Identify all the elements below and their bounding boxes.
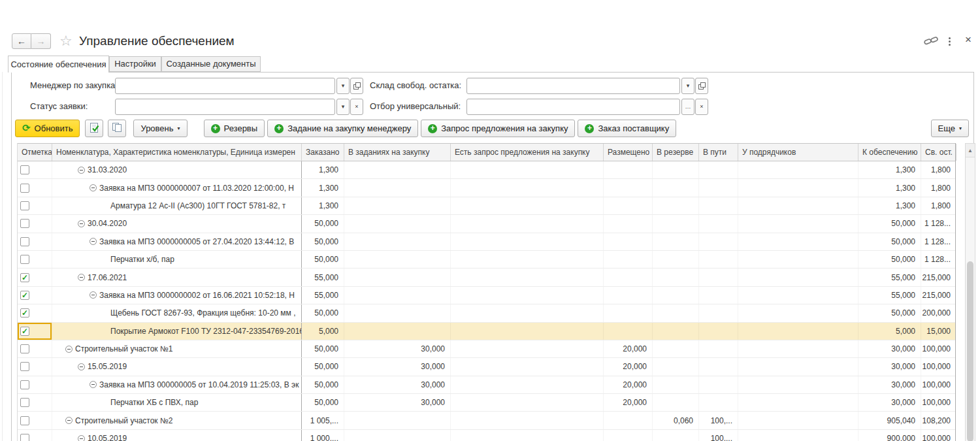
- warehouse-open-icon[interactable]: [695, 78, 708, 94]
- cell-tasks[interactable]: [344, 161, 451, 178]
- row-checkbox[interactable]: [20, 416, 29, 425]
- column-header-10[interactable]: Св. ост.: [921, 144, 956, 161]
- kebab-menu-icon[interactable]: [949, 37, 951, 46]
- column-header-0[interactable]: Отметка: [18, 144, 52, 161]
- column-header-5[interactable]: Размещено: [604, 144, 653, 161]
- level-button[interactable]: Уровень ▾: [133, 120, 187, 137]
- cell-tasks[interactable]: 30,000: [344, 340, 451, 357]
- table-row[interactable]: Заявка на МПЗ 000000005 от 10.04.2019 11…: [18, 376, 955, 394]
- nomenclature-cell[interactable]: Перчатки х/б, пар: [52, 251, 302, 268]
- cell-reserve[interactable]: [653, 161, 699, 178]
- cell-request[interactable]: [451, 430, 604, 441]
- universal-filter-input[interactable]: [466, 99, 680, 115]
- unset-all-marks-button[interactable]: [108, 120, 126, 137]
- table-row[interactable]: Арматура 12 Ас-II (Ас300) 10ГТ ГОСТ 5781…: [18, 197, 955, 215]
- column-header-1[interactable]: Номенклатура, Характеристика номенклатур…: [52, 144, 302, 161]
- tab-supply-state[interactable]: Состояние обеспечения: [8, 56, 109, 73]
- cell-provision[interactable]: 50,000: [858, 251, 921, 268]
- cell-provision[interactable]: 55,000: [858, 287, 921, 304]
- cell-tasks[interactable]: [344, 269, 451, 286]
- cell-ordered[interactable]: 1,300: [302, 179, 344, 196]
- cell-ordered[interactable]: 1 000,...: [302, 430, 344, 441]
- cell-placed[interactable]: [604, 179, 653, 196]
- cell-request[interactable]: [451, 358, 604, 375]
- back-button[interactable]: ←: [12, 33, 31, 49]
- cell-tasks[interactable]: 30,000: [344, 358, 451, 375]
- collapse-node-icon[interactable]: [90, 291, 97, 299]
- mark-cell[interactable]: ✓: [18, 269, 52, 286]
- cell-provision[interactable]: 30,000: [858, 358, 921, 375]
- row-checkbox[interactable]: [20, 380, 29, 389]
- cell-placed[interactable]: [604, 215, 653, 232]
- cell-request[interactable]: [451, 340, 604, 357]
- collapse-node-icon[interactable]: [78, 220, 85, 227]
- cell-contractors[interactable]: [738, 251, 858, 268]
- cell-contractors[interactable]: [738, 197, 858, 214]
- cell-free[interactable]: 100,000: [921, 358, 955, 375]
- mark-cell[interactable]: ✓: [18, 323, 52, 340]
- cell-request[interactable]: [451, 394, 604, 411]
- cell-request[interactable]: [451, 376, 604, 393]
- mark-cell[interactable]: [18, 179, 52, 196]
- column-header-9[interactable]: К обеспечению: [858, 144, 921, 161]
- row-checkbox[interactable]: [20, 398, 29, 407]
- cell-contractors[interactable]: [738, 323, 858, 340]
- cell-transit[interactable]: [699, 287, 738, 304]
- cell-transit[interactable]: [699, 376, 738, 393]
- nomenclature-cell[interactable]: Строительный участок №1: [52, 340, 302, 357]
- table-row[interactable]: 15.05.201950,00030,00020,00030,000100,00…: [18, 358, 955, 376]
- cell-request[interactable]: [451, 269, 604, 286]
- cell-provision[interactable]: 30,000: [858, 376, 921, 393]
- cell-placed[interactable]: [604, 287, 653, 304]
- table-row[interactable]: 30.04.202050,00050,0001 128...: [18, 215, 955, 233]
- tab-created-documents[interactable]: Созданные документы: [161, 56, 261, 72]
- row-checkbox[interactable]: ✓: [20, 308, 29, 318]
- row-checkbox[interactable]: ✓: [20, 273, 29, 282]
- mark-cell[interactable]: ✓: [18, 304, 52, 321]
- cell-tasks[interactable]: [344, 251, 451, 268]
- cell-request[interactable]: [451, 412, 604, 429]
- mark-cell[interactable]: [18, 394, 52, 411]
- cell-transit[interactable]: 100,...: [699, 412, 738, 429]
- universal-clear-icon[interactable]: ×: [695, 99, 708, 115]
- mark-cell[interactable]: [18, 233, 52, 250]
- collapse-node-icon[interactable]: [65, 417, 73, 424]
- nomenclature-cell[interactable]: 30.04.2020: [52, 215, 302, 232]
- cell-reserve[interactable]: [653, 197, 699, 214]
- cell-contractors[interactable]: [738, 430, 858, 441]
- cell-free[interactable]: 215,000: [921, 269, 955, 286]
- cell-contractors[interactable]: [738, 376, 858, 393]
- cell-request[interactable]: [451, 233, 604, 250]
- refresh-button[interactable]: ⟳ Обновить: [15, 120, 80, 137]
- collapse-node-icon[interactable]: [90, 238, 97, 245]
- cell-ordered[interactable]: 50,000: [302, 376, 344, 393]
- purchase-manager-dropdown-icon[interactable]: ▾: [336, 78, 350, 94]
- cell-tasks[interactable]: [344, 197, 451, 214]
- request-status-dropdown-icon[interactable]: ▾: [336, 99, 350, 115]
- nomenclature-cell[interactable]: Заявка на МПЗ 0000000005 от 27.04.2020 1…: [52, 233, 302, 250]
- cell-transit[interactable]: [699, 340, 738, 357]
- cell-contractors[interactable]: [738, 179, 858, 196]
- cell-contractors[interactable]: [738, 358, 858, 375]
- cell-reserve[interactable]: [653, 287, 699, 304]
- cell-tasks[interactable]: [344, 287, 451, 304]
- row-checkbox[interactable]: [20, 219, 29, 228]
- cell-transit[interactable]: [699, 251, 738, 268]
- cell-contractors[interactable]: [738, 340, 858, 357]
- cell-tasks[interactable]: 30,000: [344, 394, 451, 411]
- cell-contractors[interactable]: [738, 233, 858, 250]
- table-row[interactable]: 10.05.20191 000,...100,...900,000100,000: [18, 430, 955, 441]
- nomenclature-cell[interactable]: 31.03.2020: [52, 161, 302, 178]
- table-row[interactable]: Заявка на МПЗ 0000000005 от 27.04.2020 1…: [18, 233, 955, 251]
- cell-transit[interactable]: [699, 233, 738, 250]
- cell-ordered[interactable]: 50,000: [302, 358, 344, 375]
- collapse-node-icon[interactable]: [65, 346, 73, 353]
- cell-placed[interactable]: [604, 197, 653, 214]
- cell-contractors[interactable]: [738, 215, 858, 232]
- cell-transit[interactable]: [699, 179, 738, 196]
- cell-provision[interactable]: 55,000: [858, 269, 921, 286]
- collapse-node-icon[interactable]: [78, 167, 85, 174]
- cell-transit[interactable]: [699, 197, 738, 214]
- set-all-marks-button[interactable]: [85, 120, 103, 137]
- cell-free[interactable]: 1 128...: [921, 215, 955, 232]
